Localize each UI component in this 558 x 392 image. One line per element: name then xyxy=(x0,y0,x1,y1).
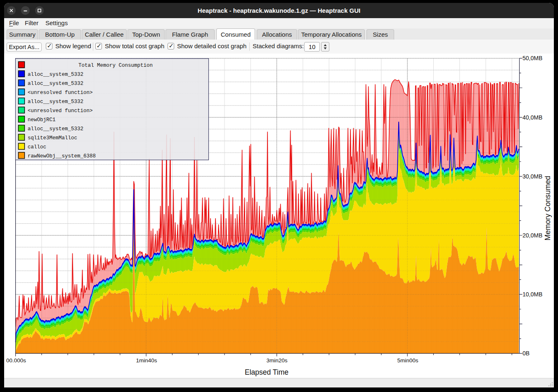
svg-text:00.000s: 00.000s xyxy=(6,357,26,364)
svg-text:sqlite3MemMalloc: sqlite3MemMalloc xyxy=(28,135,77,141)
svg-text:10,0MB: 10,0MB xyxy=(523,291,542,298)
svg-text:alloc__system_5332: alloc__system_5332 xyxy=(28,126,83,132)
svg-text:newObjRC1: newObjRC1 xyxy=(28,117,56,123)
svg-text:rawNewObj__system_6388: rawNewObj__system_6388 xyxy=(28,153,96,159)
svg-text:Memory Consumed: Memory Consumed xyxy=(544,176,552,240)
svg-text:5min00s: 5min00s xyxy=(397,357,418,364)
svg-text:alloc__system_5332: alloc__system_5332 xyxy=(28,99,83,105)
svg-text:Total Memory Consumption: Total Memory Consumption xyxy=(78,63,153,68)
svg-text:<unresolved function>: <unresolved function> xyxy=(28,90,93,96)
svg-text:50,0MB: 50,0MB xyxy=(523,55,542,61)
svg-text:Elapsed Time: Elapsed Time xyxy=(245,368,288,376)
svg-text:calloc: calloc xyxy=(28,144,46,150)
svg-text:alloc__system_5332: alloc__system_5332 xyxy=(28,72,83,77)
svg-text:20,0MB: 20,0MB xyxy=(523,232,542,239)
svg-text:0B: 0B xyxy=(523,350,530,357)
svg-text:40,0MB: 40,0MB xyxy=(523,114,542,121)
svg-text:1min40s: 1min40s xyxy=(136,357,157,364)
svg-text:alloc__system_5332: alloc__system_5332 xyxy=(28,81,83,87)
svg-text:30,0MB: 30,0MB xyxy=(523,173,542,180)
svg-text:<unresolved function>: <unresolved function> xyxy=(28,108,93,114)
svg-text:3min20s: 3min20s xyxy=(266,357,287,364)
